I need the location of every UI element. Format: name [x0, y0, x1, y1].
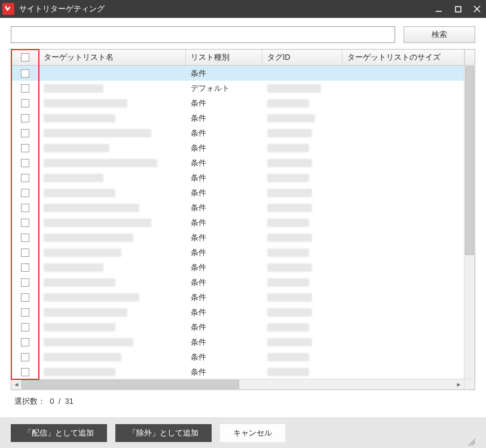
row-name-cell	[39, 320, 186, 335]
add-as-delivery-button[interactable]: 「配信」として追加	[11, 424, 107, 442]
row-checkbox[interactable]	[21, 353, 29, 361]
row-checkbox[interactable]	[21, 338, 29, 346]
row-type-cell: 条件	[186, 275, 262, 290]
table-row[interactable]: 条件	[11, 125, 464, 140]
redacted-text	[44, 144, 109, 152]
table-row[interactable]: 条件	[11, 305, 464, 320]
row-checkbox[interactable]	[21, 159, 29, 167]
scroll-right-arrow-icon[interactable]: ►	[454, 379, 464, 389]
table-row[interactable]: 条件	[11, 140, 464, 155]
row-checkbox[interactable]	[21, 99, 29, 108]
row-checkbox[interactable]	[21, 263, 29, 272]
redacted-text	[267, 263, 312, 272]
horizontal-scrollbar-track[interactable]	[22, 379, 454, 389]
row-size-cell	[343, 185, 464, 200]
resize-grip-icon[interactable]	[466, 436, 475, 446]
row-size-cell	[343, 260, 464, 275]
row-size-cell	[343, 170, 464, 185]
maximize-button[interactable]	[453, 4, 463, 14]
row-checkbox[interactable]	[21, 84, 29, 93]
redacted-text	[267, 204, 312, 212]
table-row[interactable]: 条件	[11, 275, 464, 290]
table-row[interactable]: 条件	[11, 260, 464, 275]
redacted-text	[267, 338, 312, 346]
cancel-button[interactable]: キャンセル	[220, 424, 285, 442]
row-name-cell	[39, 125, 186, 140]
row-checkbox[interactable]	[21, 204, 29, 212]
scroll-left-arrow-icon[interactable]: ◄	[11, 379, 22, 389]
table-row[interactable]: 条件	[11, 66, 464, 81]
table-row[interactable]: 条件	[11, 200, 464, 215]
header-type[interactable]: リスト種別	[186, 50, 262, 65]
row-checkbox[interactable]	[21, 248, 29, 257]
row-checkbox-cell	[11, 305, 39, 320]
row-tag-id-cell	[262, 111, 343, 125]
row-type-cell: 条件	[186, 200, 262, 215]
table-row[interactable]: 条件	[11, 364, 464, 379]
row-checkbox[interactable]	[21, 219, 29, 227]
row-checkbox[interactable]	[21, 278, 29, 287]
row-checkbox[interactable]	[21, 174, 29, 182]
select-all-checkbox[interactable]	[21, 53, 29, 62]
row-checkbox-cell	[11, 275, 39, 290]
table-row[interactable]: 条件	[11, 215, 464, 230]
horizontal-scrollbar-thumb[interactable]	[22, 380, 239, 389]
redacted-text	[44, 84, 103, 93]
horizontal-scrollbar[interactable]: ◄ ►	[11, 379, 475, 389]
table-row[interactable]: 条件	[11, 155, 464, 170]
row-name-cell	[39, 335, 186, 349]
row-checkbox[interactable]	[21, 189, 29, 197]
row-name-cell	[39, 364, 186, 379]
table-header: ターゲットリスト名 リスト種別 タグID ターゲットリストのサイズ	[11, 50, 475, 66]
table-row[interactable]: 条件	[11, 185, 464, 200]
table-row[interactable]: 条件	[11, 349, 464, 364]
table-row[interactable]: 条件	[11, 245, 464, 260]
row-checkbox[interactable]	[21, 69, 29, 78]
table-row[interactable]: デフォルト	[11, 81, 464, 96]
close-icon	[473, 5, 481, 13]
row-size-cell	[343, 96, 464, 111]
search-button[interactable]: 検索	[404, 26, 475, 43]
row-size-cell	[343, 111, 464, 125]
row-checkbox-cell	[11, 290, 39, 305]
header-tag-id[interactable]: タグID	[262, 50, 343, 65]
table-row[interactable]: 条件	[11, 170, 464, 185]
row-tag-id-cell	[262, 200, 343, 215]
row-name-cell	[39, 200, 186, 215]
table-row[interactable]: 条件	[11, 290, 464, 305]
row-checkbox[interactable]	[21, 114, 29, 122]
row-checkbox-cell	[11, 155, 39, 170]
row-tag-id-cell	[262, 96, 343, 111]
minimize-button[interactable]	[433, 4, 444, 14]
add-as-exclude-button[interactable]: 「除外」として追加	[115, 424, 212, 442]
row-size-cell	[343, 215, 464, 230]
table-row[interactable]: 条件	[11, 335, 464, 349]
row-checkbox-cell	[11, 66, 39, 81]
status-label: 選択数：	[14, 397, 45, 406]
maximize-icon	[454, 5, 462, 13]
row-checkbox[interactable]	[21, 293, 29, 302]
table-row[interactable]: 条件	[11, 96, 464, 111]
close-button[interactable]	[472, 4, 482, 14]
window-title: サイトリターゲティング	[19, 4, 433, 14]
row-checkbox[interactable]	[21, 129, 29, 137]
row-checkbox-cell	[11, 320, 39, 335]
row-name-cell	[39, 185, 186, 200]
row-checkbox-cell	[11, 125, 39, 140]
table-row[interactable]: 条件	[11, 230, 464, 245]
row-checkbox[interactable]	[21, 234, 29, 242]
redacted-text	[44, 263, 103, 272]
vertical-scrollbar[interactable]	[464, 66, 475, 379]
row-checkbox[interactable]	[21, 368, 29, 376]
row-tag-id-cell	[262, 185, 343, 200]
vertical-scrollbar-thumb[interactable]	[465, 66, 474, 255]
row-checkbox[interactable]	[21, 323, 29, 332]
table-body-wrap: 条件デフォルト条件条件条件条件条件条件条件条件条件条件条件条件条件条件条件条件条…	[11, 66, 475, 379]
row-checkbox[interactable]	[21, 308, 29, 317]
header-name[interactable]: ターゲットリスト名	[39, 50, 186, 65]
row-checkbox[interactable]	[21, 144, 29, 152]
header-size[interactable]: ターゲットリストのサイズ	[343, 50, 464, 65]
search-input[interactable]	[11, 26, 395, 43]
table-row[interactable]: 条件	[11, 111, 464, 125]
table-row[interactable]: 条件	[11, 320, 464, 335]
